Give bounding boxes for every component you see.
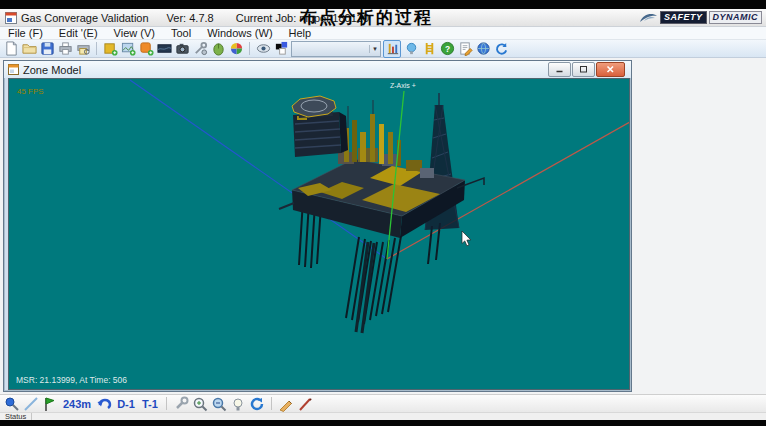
- undo-icon[interactable]: [96, 396, 112, 412]
- zone-window-icon: [8, 64, 19, 75]
- refresh-view-icon[interactable]: [249, 396, 265, 412]
- zone-chart-active-icon[interactable]: [383, 40, 401, 58]
- zone-model-window: Zone Model: [3, 60, 632, 392]
- brand-swoosh-icon: [638, 11, 658, 24]
- distance-readout[interactable]: 243m: [61, 398, 93, 410]
- pencil-icon[interactable]: [278, 396, 294, 412]
- menu-file[interactable]: File (F): [0, 27, 51, 39]
- menu-edit[interactable]: Edit '(E): [51, 27, 106, 39]
- pin-icon[interactable]: [4, 396, 20, 412]
- zone-window-buttons: [548, 62, 627, 77]
- bottom-toolbar: 243m D-1 T-1: [0, 394, 766, 412]
- status-bar: Status: [0, 412, 766, 420]
- toolbar-separator: [96, 42, 97, 55]
- light-bulb-icon[interactable]: [403, 41, 419, 57]
- app-title: Gas Converage Validation: [21, 12, 149, 24]
- edit-notes-icon[interactable]: [457, 41, 473, 57]
- save-icon[interactable]: [39, 41, 55, 57]
- d-toggle[interactable]: D-1: [115, 398, 137, 410]
- zone-window-title-bar[interactable]: Zone Model: [4, 61, 631, 78]
- zone-window-title: Zone Model: [23, 64, 81, 76]
- zoom-in-icon[interactable]: [192, 396, 208, 412]
- pointer-green-icon[interactable]: [210, 41, 226, 57]
- svg-text:?: ?: [444, 44, 449, 54]
- panorama-icon[interactable]: [156, 41, 172, 57]
- grab-wrench-icon[interactable]: [173, 396, 189, 412]
- t-toggle[interactable]: T-1: [140, 398, 160, 410]
- color-swatch-icon[interactable]: [273, 41, 289, 57]
- print-icon[interactable]: [57, 41, 73, 57]
- mdi-workspace: Zone Model: [0, 58, 766, 394]
- tool-config-icon[interactable]: [192, 41, 208, 57]
- refresh-icon[interactable]: [493, 41, 509, 57]
- 3d-viewport[interactable]: 45 FPS Z-Axis + MSR: 21.13999, At Time: …: [8, 78, 630, 390]
- status-spacer: [32, 413, 766, 420]
- brand-word-dynamic: DYNAMIC: [709, 11, 763, 24]
- lamp-icon[interactable]: [230, 396, 246, 412]
- open-folder-icon[interactable]: [21, 41, 37, 57]
- zone-model-scene: 45 FPS Z-Axis + MSR: 21.13999, At Time: …: [9, 79, 629, 389]
- video-overlay-title: 布点分析的过程: [300, 6, 433, 29]
- close-button[interactable]: [596, 62, 625, 77]
- flag-icon[interactable]: [42, 396, 58, 412]
- brand-logo: SAFETY DYNAMIC: [638, 11, 762, 24]
- status-text: Status: [0, 413, 32, 420]
- toolbar-separator: [166, 397, 167, 410]
- add-data-icon[interactable]: [138, 41, 154, 57]
- app-version: Ver: 4.7.8: [167, 12, 214, 24]
- visibility-eye-icon[interactable]: [255, 41, 271, 57]
- fps-readout: 45 FPS: [17, 87, 44, 96]
- z-axis-label: Z-Axis +: [390, 82, 416, 89]
- menu-view[interactable]: View (V): [106, 27, 163, 39]
- main-toolbar: ▾ ?: [0, 40, 766, 58]
- import-image-icon[interactable]: [120, 41, 136, 57]
- new-document-icon[interactable]: [3, 41, 19, 57]
- menu-windows[interactable]: Windows (W): [199, 27, 280, 39]
- restore-button[interactable]: [572, 62, 595, 77]
- pen-icon[interactable]: [297, 396, 313, 412]
- zoom-out-icon[interactable]: [211, 396, 227, 412]
- line-tool-icon[interactable]: [23, 396, 39, 412]
- color-wheel-icon[interactable]: [228, 41, 244, 57]
- toolbar-separator: [249, 42, 250, 55]
- zone-select-combobox[interactable]: ▾: [291, 41, 381, 57]
- help-icon[interactable]: ?: [439, 41, 455, 57]
- application-window: Gas Converage Validation Ver: 4.7.8 Curr…: [0, 0, 766, 426]
- bottom-black-bar: [0, 420, 766, 426]
- menu-tool[interactable]: Tool: [163, 27, 199, 39]
- chevron-down-icon[interactable]: ▾: [369, 45, 380, 53]
- import-model-icon[interactable]: [102, 41, 118, 57]
- globe-icon[interactable]: [475, 41, 491, 57]
- app-icon: [5, 12, 17, 24]
- snapshot-camera-icon[interactable]: [174, 41, 190, 57]
- msr-status-readout: MSR: 21.13999, At Time: 506: [16, 375, 127, 385]
- brand-word-safety: SAFETY: [660, 11, 707, 24]
- print-preview-icon[interactable]: [75, 41, 91, 57]
- toolbar-separator: [271, 397, 272, 410]
- ladder-icon[interactable]: [421, 41, 437, 57]
- minimize-button[interactable]: [548, 62, 571, 77]
